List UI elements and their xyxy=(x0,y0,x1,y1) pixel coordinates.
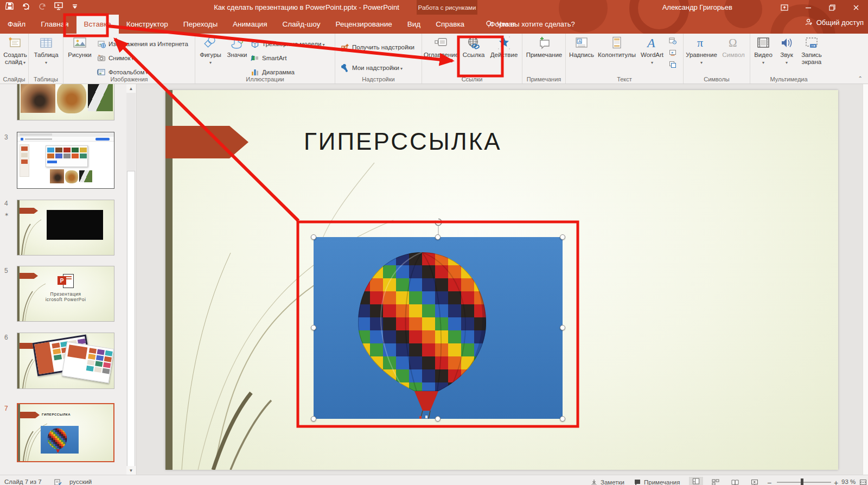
zoom-level[interactable]: 93 % xyxy=(841,478,856,485)
textbox-icon: A xyxy=(575,36,589,50)
view-slideshow-button[interactable] xyxy=(751,478,758,485)
textbox-button[interactable]: A Надпись xyxy=(567,36,596,59)
zoom-slider-track[interactable] xyxy=(777,482,831,483)
close-button[interactable] xyxy=(844,0,868,15)
object-icon[interactable] xyxy=(669,61,676,68)
tab-insert[interactable]: Вставка xyxy=(76,15,119,34)
collapse-ribbon-icon[interactable]: ⌃ xyxy=(858,75,863,81)
comments-button[interactable]: Примечания xyxy=(634,478,680,485)
tab-review[interactable]: Рецензирование xyxy=(328,15,399,34)
thumbnail-slide-7-selected[interactable]: ГИПЕРССЫЛКА xyxy=(17,403,114,462)
header-footer-icon xyxy=(610,36,624,50)
spellcheck-icon[interactable] xyxy=(54,478,62,485)
online-pictures-button[interactable]: Изображения из Интернета xyxy=(97,38,188,50)
screen-recording-button[interactable]: Запись экрана xyxy=(798,36,825,66)
equation-label: Уравнение xyxy=(686,52,717,66)
3d-model-icon xyxy=(251,40,259,48)
selection-handle[interactable] xyxy=(311,416,316,422)
date-time-icon[interactable] xyxy=(669,37,676,44)
status-bar: Слайд 7 из 7 русский Заметки Примечания … xyxy=(0,475,868,485)
thumbnail-slide-3[interactable] xyxy=(17,132,114,189)
selection-handle[interactable] xyxy=(435,234,441,240)
view-normal-button[interactable] xyxy=(689,477,703,485)
get-addins-button[interactable]: Получить надстройки xyxy=(341,41,414,53)
selection-handle[interactable] xyxy=(311,325,316,330)
wordart-button[interactable]: A WordArt xyxy=(637,36,667,66)
tab-design[interactable]: Конструктор xyxy=(119,15,176,34)
symbol-button: Ω Символ xyxy=(719,36,748,59)
ribbon-display-options-button[interactable] xyxy=(773,0,796,15)
animation-star-icon[interactable]: ✶ xyxy=(4,212,9,218)
tell-me-box[interactable]: Что вы хотите сделать? xyxy=(484,15,575,34)
notes-button[interactable]: Заметки xyxy=(590,478,624,485)
scroll-up-button[interactable]: ▲ xyxy=(126,84,136,93)
textbox-label: Надпись xyxy=(569,52,594,59)
slide-editing-area[interactable]: ГИПЕРССЫЛКА xyxy=(165,90,838,470)
3d-models-button[interactable]: Трехмерные модели xyxy=(251,38,325,50)
zoom-out-button[interactable]: − xyxy=(767,478,771,485)
zoom-button[interactable]: Оглавление xyxy=(423,36,459,66)
slide-title[interactable]: ГИПЕРССЫЛКА xyxy=(304,128,499,155)
tab-help[interactable]: Справка xyxy=(428,15,472,34)
tab-slideshow[interactable]: Слайд-шоу xyxy=(275,15,328,34)
thumbnail-scrollbar[interactable]: ▲ ▼ xyxy=(126,84,136,475)
new-slide-icon xyxy=(8,36,22,50)
new-slide-button[interactable]: Создать слайд xyxy=(3,36,28,66)
header-footer-button[interactable]: Колонтитулы xyxy=(596,36,637,59)
selection-handle[interactable] xyxy=(560,234,565,240)
selection-handle[interactable] xyxy=(560,325,565,330)
scroll-down-button[interactable]: ▼ xyxy=(126,466,136,475)
minimize-button[interactable] xyxy=(796,0,820,15)
smartart-button[interactable]: SmartArt xyxy=(251,52,286,64)
zoom-section-icon xyxy=(434,36,448,50)
balloon-picture[interactable] xyxy=(314,237,563,419)
pictures-label: Рисунки xyxy=(68,52,91,59)
slide-banner-shape[interactable] xyxy=(165,126,250,158)
thumbnail-slide-4[interactable] xyxy=(17,200,114,256)
comment-button[interactable]: Примечание xyxy=(525,36,564,59)
tab-home[interactable]: Главная xyxy=(33,15,76,34)
icons-label: Значки xyxy=(227,52,247,59)
table-label: Таблица xyxy=(34,52,58,66)
tab-animations[interactable]: Анимация xyxy=(225,15,275,34)
screenshot-button[interactable]: Снимок xyxy=(97,52,133,64)
selection-handle[interactable] xyxy=(311,234,316,240)
zoom-slider-thumb[interactable] xyxy=(801,478,803,485)
window-title: Как сделать презентацию в PowerPoint.ppt… xyxy=(0,3,613,11)
action-button[interactable]: Действие xyxy=(488,36,520,59)
language-indicator[interactable]: русский xyxy=(69,478,92,485)
link-button[interactable]: Ссылка xyxy=(460,36,487,59)
table-button[interactable]: Таблица xyxy=(32,36,60,66)
tab-view[interactable]: Вид xyxy=(400,15,428,34)
shapes-button[interactable]: Фигуры xyxy=(197,36,224,66)
thumbnail-slide-6[interactable] xyxy=(17,333,114,389)
icons-button[interactable]: Значки xyxy=(225,36,250,59)
fit-to-window-button[interactable] xyxy=(859,478,867,485)
zoom-in-button[interactable]: + xyxy=(834,478,838,485)
photo-lemur xyxy=(88,84,113,111)
video-button[interactable]: Видео xyxy=(751,36,775,66)
restore-button[interactable] xyxy=(820,0,844,15)
scrollbar-thumb[interactable] xyxy=(127,171,135,467)
selection-handle[interactable] xyxy=(435,416,441,422)
equation-button[interactable]: π Уравнение xyxy=(685,36,718,66)
screen-recording-label: Запись xyxy=(801,52,822,59)
tab-transitions[interactable]: Переходы xyxy=(176,15,225,34)
video-label: Видео xyxy=(754,52,773,66)
view-reading-button[interactable] xyxy=(731,478,739,485)
view-sorter-button[interactable] xyxy=(712,478,719,485)
group-links: Оглавление Ссылка Действие Ссылки xyxy=(422,34,522,84)
slide-number-icon[interactable]: # xyxy=(669,49,676,56)
smartart-icon xyxy=(251,54,259,62)
my-addins-button[interactable]: Мои надстройки xyxy=(341,62,403,74)
canvas-scrollbar[interactable] xyxy=(863,84,868,475)
audio-button[interactable]: Звук xyxy=(776,36,797,66)
online-pictures-label: Изображения из Интернета xyxy=(108,41,188,47)
thumbnail-slide-2[interactable] xyxy=(17,84,114,120)
thumbnail-slide-5[interactable]: P Презентация icrosoft PowerPoi xyxy=(17,266,114,322)
selection-handle[interactable] xyxy=(560,416,565,422)
duck-icon xyxy=(230,36,244,50)
pictures-button[interactable]: Рисунки xyxy=(66,36,94,59)
share-button[interactable]: Общий доступ xyxy=(805,18,864,27)
tab-file[interactable]: Файл xyxy=(0,15,33,34)
